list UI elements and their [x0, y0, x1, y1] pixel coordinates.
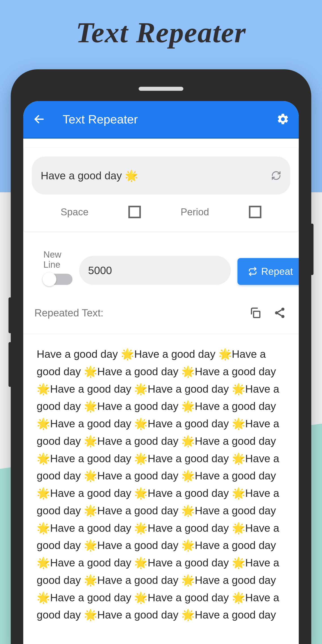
app-title: Text Repeater: [62, 112, 275, 126]
output-header: Repeated Text:: [23, 294, 299, 327]
copy-icon: [249, 306, 262, 319]
promo-title: Text Repeater: [0, 16, 322, 49]
toggle-knob: [42, 272, 56, 286]
space-label: Space: [60, 206, 88, 218]
svg-line-5: [278, 310, 282, 312]
app-bar: Text Repeater: [23, 101, 299, 139]
refresh-button[interactable]: [271, 170, 281, 181]
svg-point-4: [281, 315, 284, 318]
share-button[interactable]: [272, 305, 288, 321]
output-label: Repeated Text:: [34, 307, 238, 319]
repeat-count-input[interactable]: [79, 256, 231, 285]
newline-toggle[interactable]: [44, 274, 72, 285]
phone-frame: Text Repeater Space Period: [11, 69, 311, 644]
text-input-wrap: [32, 156, 290, 194]
output-text: Have a good day 🌟Have a good day 🌟Have a…: [23, 334, 299, 625]
phone-volume-down: [8, 342, 12, 387]
newline-label: New Line: [44, 250, 72, 270]
phone-power-button: [310, 224, 314, 275]
svg-line-6: [278, 314, 282, 316]
copy-button[interactable]: [247, 305, 263, 321]
back-arrow-icon: [33, 113, 45, 125]
period-checkbox[interactable]: [249, 206, 262, 218]
repeat-button-label: Repeat: [261, 266, 293, 277]
svg-rect-1: [254, 311, 260, 318]
separator-options: Space Period: [32, 194, 290, 218]
refresh-icon: [271, 170, 281, 181]
phone-speaker: [139, 87, 183, 91]
repeat-icon: [248, 267, 257, 276]
input-card: Space Period: [24, 148, 298, 232]
phone-volume-up: [8, 298, 12, 333]
phone-screen: Text Repeater Space Period: [23, 101, 299, 644]
controls-row: New Line Repeat: [23, 238, 299, 294]
repeat-button[interactable]: Repeat: [238, 258, 299, 285]
text-input[interactable]: [41, 170, 271, 182]
back-button[interactable]: [31, 111, 47, 127]
content-area: Space Period New Line Repeat: [23, 139, 299, 644]
svg-point-3: [275, 311, 278, 314]
gear-icon: [276, 113, 289, 126]
settings-button[interactable]: [275, 111, 291, 127]
space-checkbox[interactable]: [128, 206, 141, 218]
period-label: Period: [181, 206, 209, 218]
newline-block: New Line: [44, 250, 72, 285]
share-icon: [274, 306, 286, 319]
svg-point-2: [281, 308, 284, 311]
